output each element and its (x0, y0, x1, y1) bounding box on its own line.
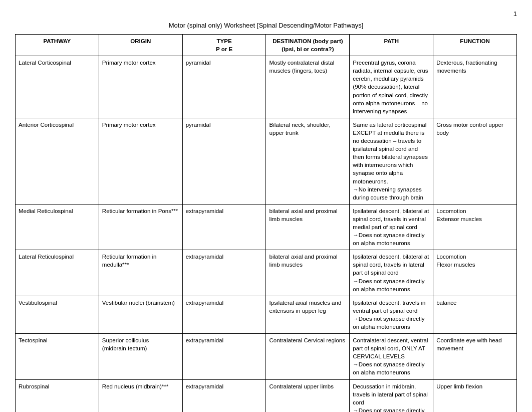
page-title: Motor (spinal only) Worksheet [Spinal De… (15, 22, 517, 29)
cell-destination: Mostly contralateral distal muscles (fin… (266, 56, 350, 118)
cell-origin: Primary motor cortex (99, 118, 182, 204)
cell-path: Ipsilateral descent, bilateral at spinal… (350, 250, 433, 296)
page-number: 1 (15, 10, 517, 18)
cell-pathway: Anterior Corticospinal (16, 118, 99, 204)
cell-type: extrapyramidal (182, 296, 266, 333)
cell-path: Contralateral descent, ventral part of s… (350, 334, 433, 379)
cell-pathway: Rubrospinal (16, 379, 99, 412)
cell-path: Ipsilateral descent, bilateral at spinal… (350, 204, 433, 250)
cell-function: Gross motor control upper body (433, 118, 517, 204)
cell-path: Precentral gyrus, corona radiata, intern… (350, 56, 433, 118)
col-header-destination: DESTINATION (body part) (ipsi, bi or con… (266, 35, 350, 56)
cell-pathway: Lateral Reticulospinal (16, 250, 99, 296)
cell-origin: Reticular formation in medulla*** (99, 250, 182, 296)
cell-pathway: Medial Reticulospinal (16, 204, 99, 250)
cell-path: Decussation in midbrain, travels in late… (350, 379, 433, 412)
cell-origin: Primary motor cortex (99, 56, 182, 118)
cell-function: balance (433, 296, 517, 333)
cell-destination: Ipsilateral axial muscles and extensors … (266, 296, 350, 333)
cell-path: Ipsilateral descent, travels in ventral … (350, 296, 433, 333)
cell-function: Coordinate eye with head movement (433, 334, 517, 379)
pathway-table: PATHWAY ORIGIN TYPEP or E DESTINATION (b… (15, 34, 517, 412)
col-header-function: FUNCTION (433, 35, 517, 56)
cell-origin: Red nucleus (midbrain)*** (99, 379, 182, 412)
table-row: Medial ReticulospinalReticular formation… (16, 204, 517, 250)
table-row: Lateral CorticospinalPrimary motor corte… (16, 56, 517, 118)
cell-origin: Superior colliculus(midbrain tectum) (99, 334, 182, 379)
cell-function: LocomotionExtensor muscles (433, 204, 517, 250)
col-header-path: PATH (350, 35, 433, 56)
cell-type: pyramidal (182, 118, 266, 204)
table-row: VestibulospinalVestibular nuclei (brains… (16, 296, 517, 333)
table-row: Anterior CorticospinalPrimary motor cort… (16, 118, 517, 204)
cell-origin: Reticular formation in Pons*** (99, 204, 182, 250)
table-row: Lateral ReticulospinalReticular formatio… (16, 250, 517, 296)
cell-destination: Contralateral Cervical regions (266, 334, 350, 379)
cell-path: Same as lateral corticospinal EXCEPT at … (350, 118, 433, 204)
cell-destination: bilateral axial and proximal limb muscle… (266, 250, 350, 296)
table-row: RubrospinalRed nucleus (midbrain)***extr… (16, 379, 517, 412)
col-header-origin: ORIGIN (99, 35, 182, 56)
cell-type: extrapyramidal (182, 379, 266, 412)
cell-destination: Contralateral upper limbs (266, 379, 350, 412)
cell-pathway: Vestibulospinal (16, 296, 99, 333)
table-row: TectospinalSuperior colliculus(midbrain … (16, 334, 517, 379)
cell-type: extrapyramidal (182, 250, 266, 296)
cell-function: Dexterous, fractionating movements (433, 56, 517, 118)
cell-origin: Vestibular nuclei (brainstem) (99, 296, 182, 333)
cell-pathway: Tectospinal (16, 334, 99, 379)
cell-type: extrapyramidal (182, 334, 266, 379)
col-header-pathway: PATHWAY (16, 35, 99, 56)
cell-destination: Bilateral neck, shoulder, upper trunk (266, 118, 350, 204)
cell-type: extrapyramidal (182, 204, 266, 250)
cell-destination: bilateral axial and proximal limb muscle… (266, 204, 350, 250)
cell-pathway: Lateral Corticospinal (16, 56, 99, 118)
cell-type: pyramidal (182, 56, 266, 118)
col-header-type: TYPEP or E (182, 35, 266, 56)
cell-function: LocomotionFlexor muscles (433, 250, 517, 296)
cell-function: Upper limb flexion (433, 379, 517, 412)
